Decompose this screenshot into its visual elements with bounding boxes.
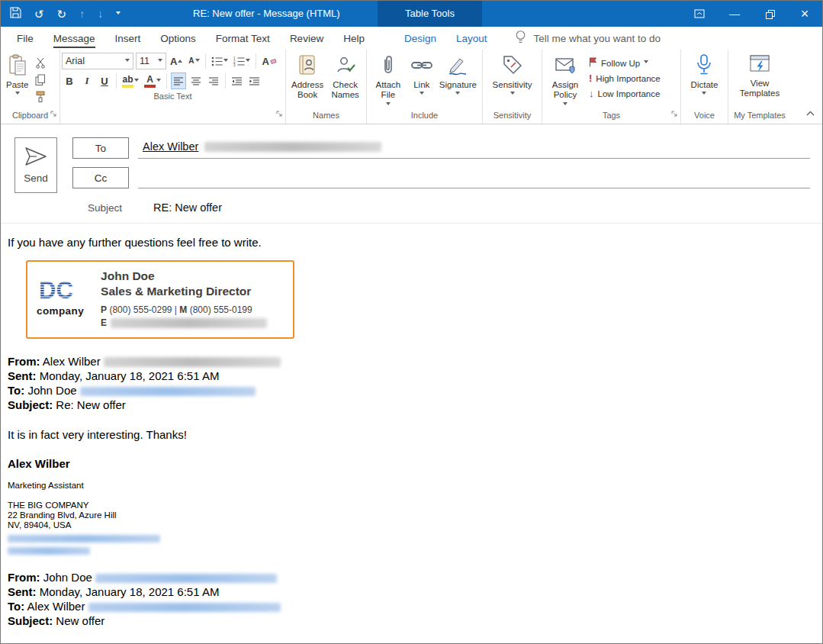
- bold-button[interactable]: B: [62, 72, 77, 89]
- view-templates-button[interactable]: View Templates: [734, 52, 786, 99]
- quoted-message-1: It is in fact very interesting. Thanks!: [8, 427, 813, 443]
- titlebar: ↺ ↻ ↑ ↓ RE: New offer - Message (HTML) T…: [1, 1, 822, 27]
- undo-icon[interactable]: ↺: [34, 8, 44, 20]
- font-color-button[interactable]: A: [143, 72, 162, 89]
- to-field[interactable]: Alex Wilber: [138, 137, 810, 159]
- to-button[interactable]: To: [72, 137, 129, 159]
- cut-button[interactable]: [33, 56, 48, 69]
- tab-review[interactable]: Review: [280, 27, 333, 50]
- chevron-down-icon: [510, 92, 515, 97]
- chevron-down-icon: [134, 79, 139, 84]
- sensitivity-group: Sensitivity Sensitivity: [483, 50, 542, 124]
- tell-me-box[interactable]: Tell me what you want to do: [515, 27, 661, 50]
- clipboard-dialog-launcher-icon[interactable]: [50, 107, 57, 121]
- underline-button[interactable]: U: [97, 72, 112, 89]
- increase-indent-button[interactable]: [247, 72, 262, 89]
- signature-phone: P (800) 555-0299 | M (800) 555-0199: [101, 304, 267, 316]
- tab-options[interactable]: Options: [150, 27, 206, 50]
- numbering-button[interactable]: 123: [232, 53, 252, 69]
- shrink-font-button[interactable]: A: [186, 53, 201, 69]
- tab-file[interactable]: File: [7, 27, 43, 50]
- lightbulb-icon: [515, 30, 526, 47]
- message-body[interactable]: If you have any further questions feel f…: [1, 224, 822, 643]
- signature-block[interactable]: DC company John Doe Sales & Marketing Di…: [26, 260, 294, 339]
- signature-job-title: Sales & Marketing Director: [101, 284, 267, 299]
- attach-file-button[interactable]: Attach File: [369, 52, 407, 108]
- restore-button[interactable]: [752, 1, 787, 27]
- decrease-indent-button[interactable]: [230, 72, 245, 89]
- svg-text:DC: DC: [39, 278, 73, 302]
- quoted-greeting-2: Hi,: [8, 643, 813, 644]
- follow-up-button[interactable]: Follow Up: [589, 56, 661, 69]
- tab-insert[interactable]: Insert: [105, 27, 151, 50]
- align-center-button[interactable]: [188, 72, 204, 89]
- low-importance-button[interactable]: ↓ Low Importance: [589, 87, 661, 100]
- italic-button[interactable]: I: [79, 72, 95, 89]
- svg-text:3: 3: [233, 63, 236, 66]
- assign-policy-button[interactable]: Assign Policy: [545, 52, 586, 108]
- chevron-down-icon: [386, 102, 391, 108]
- align-right-button[interactable]: [206, 72, 221, 89]
- high-importance-button[interactable]: ! High Importance: [589, 72, 661, 85]
- tab-format-text[interactable]: Format Text: [206, 27, 280, 50]
- grow-font-button[interactable]: A: [169, 53, 184, 69]
- paste-button[interactable]: Paste: [3, 52, 31, 97]
- font-family-select[interactable]: Arial: [62, 53, 133, 69]
- minimize-button[interactable]: —: [717, 1, 752, 27]
- eraser-icon: [270, 58, 276, 63]
- signature-button[interactable]: Signature: [436, 52, 480, 97]
- paste-icon: [8, 54, 27, 79]
- address-book-button[interactable]: Address Book: [288, 52, 326, 101]
- format-painter-button[interactable]: [33, 89, 48, 103]
- sensitivity-button[interactable]: Sensitivity: [490, 52, 535, 97]
- clear-formatting-button[interactable]: A: [260, 53, 277, 69]
- recipient-chip[interactable]: Alex Wilber: [143, 140, 198, 153]
- close-button[interactable]: ×: [787, 1, 822, 27]
- customize-quick-access-icon[interactable]: [116, 11, 121, 17]
- flag-icon: [589, 57, 597, 69]
- assign-policy-icon: [555, 54, 576, 79]
- chevron-down-icon: [156, 79, 161, 84]
- align-left-button[interactable]: [171, 72, 186, 89]
- basic-text-dialog-launcher-icon[interactable]: [276, 107, 283, 121]
- subject-field[interactable]: RE: New offer: [153, 201, 222, 214]
- tags-dialog-launcher-icon[interactable]: [671, 107, 678, 121]
- check-names-button[interactable]: Check Names: [326, 52, 364, 101]
- text-highlight-button[interactable]: ab: [121, 72, 140, 89]
- tab-message[interactable]: Message: [43, 27, 105, 50]
- quoted-header-1: From: Alex Wilber Sent: Monday, January …: [8, 354, 813, 412]
- signature-name: John Doe: [101, 269, 267, 284]
- chevron-down-icon: [158, 59, 162, 64]
- high-importance-icon: !: [589, 72, 592, 84]
- tags-group: Assign Policy Follow Up ! High Importanc…: [542, 50, 681, 124]
- logo-caption: company: [37, 304, 84, 319]
- redo-icon[interactable]: ↻: [57, 8, 67, 20]
- chevron-down-icon: [223, 59, 228, 64]
- tab-help[interactable]: Help: [333, 27, 375, 50]
- cc-field[interactable]: [138, 167, 810, 188]
- bullets-button[interactable]: [210, 53, 230, 69]
- collapse-ribbon-icon[interactable]: [806, 105, 815, 119]
- tab-design[interactable]: Design: [394, 27, 446, 50]
- address-book-icon: [297, 54, 318, 79]
- copy-button[interactable]: [33, 72, 48, 86]
- message-header: Send To Alex Wilber Cc Subject RE: New o…: [1, 124, 822, 224]
- link-icon: [410, 54, 433, 79]
- send-button[interactable]: Send: [14, 137, 57, 193]
- link-button[interactable]: Link: [407, 52, 436, 97]
- save-icon[interactable]: [10, 7, 21, 21]
- outlook-message-window: ↺ ↻ ↑ ↓ RE: New offer - Message (HTML) T…: [0, 0, 823, 644]
- cc-button[interactable]: Cc: [72, 167, 129, 188]
- quoted-signature-1: Alex Wilber Marketing Assistant THE BIG …: [8, 456, 813, 555]
- include-group: Attach File Link Signature: [367, 50, 483, 124]
- basic-text-group: Arial 11 A A 123 A: [60, 50, 286, 124]
- ribbon: Paste Clipboard: [1, 50, 822, 124]
- font-size-select[interactable]: 11: [136, 53, 166, 69]
- ribbon-display-options-icon[interactable]: [682, 1, 717, 27]
- microphone-icon: [696, 54, 712, 79]
- check-names-icon: [335, 54, 356, 79]
- tab-layout[interactable]: Layout: [446, 27, 497, 50]
- sensitivity-icon: [502, 54, 523, 79]
- dictate-button[interactable]: Dictate: [688, 52, 722, 97]
- chevron-down-icon: [125, 59, 130, 64]
